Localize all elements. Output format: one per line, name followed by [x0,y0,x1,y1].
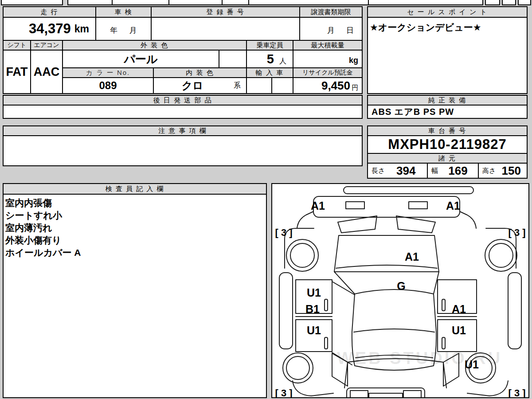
damage-code-label: A1 [405,251,419,262]
equipment-value: ABS エアB PS PW [367,105,528,119]
interior-color-suffix: 系 [234,81,241,90]
import-empty-cell [246,77,272,94]
interior-color-header: 内 装 色 [153,67,247,78]
inspector-note-line: 室内薄汚れ [5,222,264,234]
partial-row-divider [168,0,169,4]
transfer-day-label: 日 [346,25,354,35]
sales-point-value-cell: ★オークションデビュー★ [367,17,528,94]
partial-row-divider [112,0,113,4]
color-no-header: カ ラ ー No. [62,67,154,78]
damage-code-label: U1 [452,325,466,336]
recycle-value-cell: 9,450 円 [293,77,363,94]
import-header: 輸 入 車 [246,67,293,78]
max-load-value-cell: kg [293,50,363,68]
specs-header: 諸 元 [367,153,528,164]
interior-color-value-cell: クロ 系 [153,77,247,94]
aircon-value: AAC [30,50,63,94]
damage-code-label: U1 [465,359,479,370]
later-parts-header: 後 日 発 送 部 品 [3,95,363,106]
registration-header: 登 録 番 号 [151,6,300,18]
inspection-value-cell: 年 月 [95,17,152,41]
capacity-header: 乗車定員 [246,40,293,51]
transfer-month-label: 月 [327,25,335,35]
later-parts-value [3,105,363,119]
shift-header: シフト [3,40,31,51]
sales-point-value: ★オークションデビュー★ [368,18,527,37]
top-cutoff-cell [485,0,500,5]
spec-width-label: 幅 [431,167,438,175]
damage-code-label: [ 3 ] [275,228,292,238]
transfer-deadline-header: 譲渡書類期限 [299,6,363,18]
damage-code-label: B1 [305,304,320,315]
color-no-value: 089 [62,77,154,94]
damage-diagram-box: WEB STUDIO RU [271,183,529,398]
spec-length-value: 394 [385,164,427,178]
damage-code-label: U1 [307,325,321,336]
transfer-value-cell: 月 日 [299,17,363,41]
spec-width-cell: 幅 169 [427,163,479,179]
damage-code-label: [ 3 ] [508,388,525,398]
recycle-header: リサイクル預託金 [293,67,363,78]
top-cutoff-cell [67,0,483,5]
capacity-value-cell: 5 人 [246,50,293,68]
partial-row-divider [248,0,249,4]
interior-color-value: クロ [182,78,203,93]
capacity-value: 5 [267,52,274,66]
top-cutoff-cell [502,0,516,5]
inspector-header: 検 査 員 記 入 欄 [3,183,267,195]
inspector-note-line: 室内内張傷 [5,197,264,209]
registration-value-cell [151,17,300,41]
spec-length-label: 長さ [372,167,385,175]
chassis-header: 車 台 番 号 [367,125,528,136]
spec-height-cell: 高さ 150 [478,163,528,179]
inspector-note-line: シートすれ小 [5,209,264,222]
spec-length-cell: 長さ 394 [367,163,428,179]
chassis-value: MXPH10-2119827 [367,135,528,154]
spec-height-value: 150 [496,164,527,178]
damage-code-label: U1 [307,287,321,298]
sales-point-header: セ ー ル ス ポ イ ン ト [367,6,528,18]
damage-code-label: [ 3 ] [275,388,292,398]
max-load-unit: kg [349,56,358,65]
mileage-value: 34,379 [29,21,71,37]
damage-code-label: [ 3 ] [508,228,525,238]
partial-row-divider [222,0,223,4]
damage-code-label: A1 [452,304,466,315]
damage-code-label: A1 [446,200,460,211]
damage-code-label: A1 [311,200,325,211]
inspection-header: 車 検 [95,6,152,18]
inspector-note-line: 外装小傷有り [5,234,264,246]
top-cutoff-cell [518,0,531,5]
exterior-color-value: パール [62,50,219,68]
aircon-header: エアコン [30,40,63,51]
mileage-value-cell: 34,379 km [3,17,96,41]
auction-sheet: { "sheet": { "bg_color": "#cfcfcf", "hea… [0,0,532,399]
equipment-header: 純 正 装 備 [367,95,528,106]
inspection-month-label: 月 [129,25,137,35]
recycle-value: 9,450 [321,79,350,93]
import-empty-cell [271,77,293,94]
exterior-color-extra-cell [219,50,247,68]
inspection-year-label: 年 [110,25,117,35]
inspector-note-line: ホイールカバー A [5,246,264,259]
exterior-color-header: 外 装 色 [62,40,247,51]
mileage-header: 走 行 [3,6,96,18]
spec-width-value: 169 [438,164,478,178]
partial-row-divider [368,0,369,4]
spec-height-label: 高さ [482,167,496,175]
notes-header: 注 意 事 項 欄 [3,125,363,136]
inspector-notes-cell: 室内内張傷 シートすれ小 室内薄汚れ 外装小傷有り ホイールカバー A [3,194,267,398]
mileage-unit: km [74,23,89,35]
damage-code-label: G [397,281,405,292]
capacity-unit: 人 [279,57,286,66]
top-cutoff-cell [1,0,63,5]
recycle-unit: 円 [352,84,358,92]
max-load-header: 最大積載量 [293,40,363,51]
shift-value: FAT [3,50,31,94]
notes-value [3,135,363,166]
